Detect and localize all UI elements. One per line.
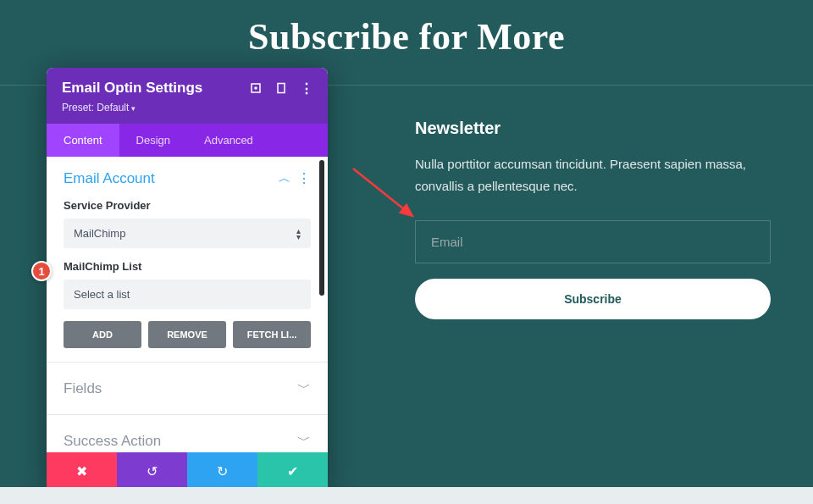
chevron-down-icon: ﹀ (297, 432, 311, 450)
svg-rect-2 (278, 84, 285, 93)
annotation-badge: 1 (31, 261, 52, 281)
responsive-icon[interactable] (275, 82, 287, 94)
close-icon: ✖ (76, 463, 87, 479)
newsletter-heading: Newsletter (415, 119, 771, 138)
section-title[interactable]: Email Account (64, 170, 155, 187)
panel-footer: ✖ ↺ ↻ ✔ (47, 452, 328, 490)
section-more-icon[interactable]: ⋮ (297, 172, 311, 186)
redo-icon: ↻ (217, 463, 228, 479)
newsletter-body: Nulla porttitor accumsan tincidunt. Prae… (415, 153, 771, 197)
more-icon[interactable]: ⋮ (301, 82, 312, 94)
expand-icon[interactable] (250, 82, 262, 94)
svg-line-3 (353, 169, 412, 216)
section-title: Fields (64, 380, 102, 397)
select-arrows-icon: ▴▾ (296, 228, 301, 240)
preset-dropdown[interactable]: Preset: Default (62, 102, 312, 114)
save-button[interactable]: ✔ (257, 452, 328, 490)
panel-body: Email Account ︿ ⋮ Service Provider MailC… (47, 157, 328, 452)
service-provider-label: Service Provider (64, 199, 311, 212)
check-icon: ✔ (287, 463, 298, 479)
list-value: Select a list (74, 288, 130, 301)
list-select[interactable]: Select a list (64, 280, 311, 309)
settings-panel: Email Optin Settings ⋮ Preset: Default C… (47, 68, 328, 490)
newsletter-block: Newsletter Nulla porttitor accumsan tinc… (415, 119, 771, 319)
cancel-button[interactable]: ✖ (47, 452, 117, 490)
tab-content[interactable]: Content (47, 124, 119, 157)
section-title: Success Action (64, 433, 161, 450)
subscribe-button[interactable]: Subscribe (415, 279, 771, 319)
panel-tabs: Content Design Advanced (47, 124, 328, 157)
redo-button[interactable]: ↻ (187, 452, 257, 490)
chevron-down-icon: ﹀ (297, 379, 311, 397)
scrollbar[interactable] (319, 160, 324, 321)
tab-advanced[interactable]: Advanced (187, 124, 270, 157)
add-button[interactable]: ADD (64, 321, 141, 348)
undo-button[interactable]: ↺ (117, 452, 187, 490)
list-label: MailChimp List (64, 260, 311, 273)
fetch-button[interactable]: FETCH LI... (233, 321, 311, 348)
page-title: Subscribe for More (0, 0, 813, 75)
bottom-strip (0, 487, 813, 504)
service-provider-select[interactable]: MailChimp ▴▾ (64, 219, 311, 248)
tab-design[interactable]: Design (119, 124, 187, 157)
service-provider-value: MailChimp (74, 227, 125, 240)
svg-point-1 (255, 87, 257, 89)
panel-title: Email Optin Settings (62, 80, 202, 97)
panel-header: Email Optin Settings ⋮ Preset: Default (47, 68, 328, 124)
section-success-action[interactable]: Success Action ﹀ (47, 415, 328, 452)
section-email-account: Email Account ︿ ⋮ Service Provider MailC… (47, 157, 328, 363)
undo-icon: ↺ (147, 463, 158, 479)
section-fields[interactable]: Fields ﹀ (47, 363, 328, 415)
email-input[interactable]: Email (415, 220, 771, 263)
chevron-up-icon[interactable]: ︿ (279, 171, 290, 186)
remove-button[interactable]: REMOVE (148, 321, 226, 348)
